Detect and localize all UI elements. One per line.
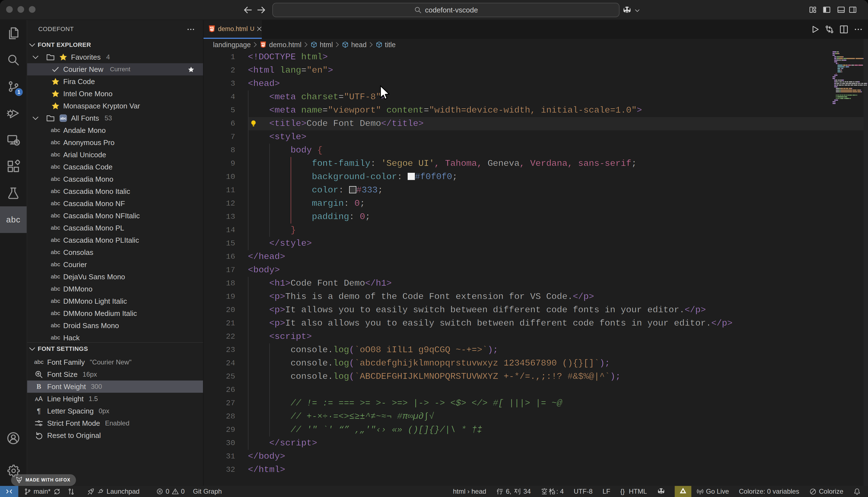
close-icon[interactable] bbox=[256, 26, 262, 32]
tree-row-cascadia-mono-pl[interactable]: abcCascadia Mono PL bbox=[27, 222, 203, 234]
split-editor-icon[interactable] bbox=[839, 25, 849, 34]
back-arrow-icon[interactable] bbox=[243, 5, 253, 15]
status-encoding[interactable]: UTF-8 bbox=[569, 487, 598, 495]
status-copilot[interactable] bbox=[652, 487, 670, 496]
status-label: UTF-8 bbox=[574, 487, 593, 495]
tree-row-dmmono-medium-italic[interactable]: abcDMMono Medium Italic bbox=[27, 307, 203, 320]
setting-row-reset-to-original[interactable]: Reset to Original bbox=[27, 429, 203, 442]
panel-left-icon[interactable] bbox=[823, 5, 831, 14]
tab-demo-html[interactable]: demo.html U bbox=[203, 20, 262, 39]
line-number: 12 bbox=[203, 197, 235, 210]
abc-icon: abc bbox=[51, 150, 60, 159]
more-actions-icon[interactable] bbox=[186, 25, 195, 34]
tree-row-dejavu-sans-mono[interactable]: abcDejaVu Sans Mono bbox=[27, 271, 203, 283]
status-branch[interactable]: main* bbox=[24, 487, 51, 495]
status-notifications[interactable] bbox=[848, 488, 866, 495]
traffic-light-close[interactable] bbox=[6, 6, 13, 13]
section-header-font-settings[interactable]: FONT SETTINGS bbox=[27, 343, 203, 355]
minimap-line bbox=[842, 85, 843, 86]
minimap[interactable] bbox=[833, 51, 868, 486]
breadcrumb-item-title[interactable]: title bbox=[375, 41, 396, 49]
tree-row-dmmono[interactable]: abcDMMono bbox=[27, 283, 203, 295]
tree-row-all-fonts[interactable]: abcAll Fonts53 bbox=[27, 112, 203, 124]
tree-row-cascadia-mono-nfitalic[interactable]: abcCascadia Mono NFItalic bbox=[27, 210, 203, 222]
setting-row-strict-font-mode[interactable]: Strict Font ModeEnabled bbox=[27, 417, 203, 429]
activity-item-explorer[interactable] bbox=[0, 20, 27, 46]
setting-row-font-weight[interactable]: BFont Weight300 bbox=[27, 381, 203, 393]
tree-row-consolas[interactable]: abcConsolas bbox=[27, 246, 203, 258]
status-launchpad[interactable]: Launchpad bbox=[87, 487, 140, 495]
tree-row-courier-new[interactable]: Courier NewCurrent bbox=[27, 63, 203, 75]
code-area[interactable]: 1<!DOCTYPE html>2<html lang="en">3<head>… bbox=[203, 51, 868, 486]
breadcrumb-item-demo-html[interactable]: demo.html bbox=[259, 41, 301, 49]
minimap-line bbox=[838, 66, 844, 67]
tree-row-cascadia-mono-plitalic[interactable]: abcCascadia Mono PLItalic bbox=[27, 234, 203, 246]
more-icon[interactable] bbox=[854, 25, 863, 34]
activity-item-extensions[interactable] bbox=[0, 153, 27, 180]
status-graph[interactable] bbox=[67, 488, 75, 495]
tree-label: Cascadia Mono NF bbox=[63, 199, 125, 208]
setting-row-font-family[interactable]: abcFont Family"Courier New" bbox=[27, 356, 203, 368]
tree-row-favorites[interactable]: Favorites4 bbox=[27, 51, 203, 63]
status-git-graph[interactable]: Git Graph bbox=[193, 487, 222, 495]
tree-row-cascadia-mono-italic[interactable]: abcCascadia Mono Italic bbox=[27, 185, 203, 197]
remote-indicator[interactable] bbox=[0, 486, 18, 497]
command-center-search[interactable]: codefont-vscode bbox=[272, 3, 620, 17]
tree-row-arial-unicode[interactable]: abcArial Unicode bbox=[27, 149, 203, 161]
status-eol[interactable]: LF bbox=[598, 487, 615, 495]
activity-item-accounts[interactable] bbox=[0, 425, 27, 452]
tree-label: Consolas bbox=[63, 248, 93, 257]
setting-row-letter-spacing[interactable]: ¶Letter Spacing0px bbox=[27, 405, 203, 417]
traffic-light-zoom[interactable] bbox=[29, 6, 35, 13]
activity-item-codefont[interactable]: abc bbox=[0, 206, 27, 233]
breadcrumb-item-html[interactable]: html bbox=[310, 41, 333, 49]
activity-item-testing[interactable] bbox=[0, 180, 27, 206]
activity-item-remote-explorer[interactable] bbox=[0, 126, 27, 153]
forward-arrow-icon[interactable] bbox=[256, 5, 266, 15]
traffic-light-minimize[interactable] bbox=[17, 6, 24, 13]
tree-row-andale-mono[interactable]: abcAndale Mono bbox=[27, 124, 203, 137]
setting-row-font-size[interactable]: Font Size16px bbox=[27, 368, 203, 381]
open-changes-icon[interactable] bbox=[825, 25, 834, 34]
section-header-font-explorer[interactable]: FONT EXPLORER bbox=[27, 39, 203, 51]
tree-row-cascadia-mono-nf[interactable]: abcCascadia Mono NF bbox=[27, 197, 203, 210]
activity-item-source-control[interactable]: 1 bbox=[0, 73, 27, 100]
status-colorize[interactable]: Colorize bbox=[804, 487, 848, 495]
activity-item-search[interactable] bbox=[0, 46, 27, 73]
setting-row-line-height[interactable]: AALine Height1.5 bbox=[27, 393, 203, 405]
star-filled-icon[interactable] bbox=[187, 66, 195, 73]
status-indentation[interactable]: : 4 bbox=[536, 487, 569, 495]
tree-row-anonymous-pro[interactable]: abcAnonymous Pro bbox=[27, 137, 203, 149]
tree-row-cascadia-mono[interactable]: abcCascadia Mono bbox=[27, 173, 203, 185]
tree-row-cascadia-code[interactable]: abcCascadia Code bbox=[27, 161, 203, 173]
breadcrumb-item-head[interactable]: head bbox=[342, 41, 367, 49]
lightbulb-icon[interactable] bbox=[250, 120, 257, 128]
status-symbol-path[interactable]: html › head bbox=[448, 487, 491, 495]
copilot-icon[interactable] bbox=[622, 5, 632, 15]
minimap-line bbox=[840, 56, 843, 57]
tree-row-monaspace-krypton-var[interactable]: Monaspace Krypton Var bbox=[27, 100, 203, 112]
minimap-line bbox=[834, 75, 838, 76]
tree-row-courier[interactable]: abcCourier bbox=[27, 258, 203, 271]
customize-layout-icon[interactable] bbox=[809, 5, 817, 14]
color-swatch[interactable] bbox=[349, 186, 356, 193]
tree-row-droid-sans-mono[interactable]: abcDroid Sans Mono bbox=[27, 320, 203, 332]
tree-row-fira-code[interactable]: Fira Code bbox=[27, 75, 203, 88]
tree-row-dmmono-light-italic[interactable]: abcDMMono Light Italic bbox=[27, 295, 203, 307]
minimap-line bbox=[838, 95, 839, 96]
status-language[interactable]: {} HTML bbox=[615, 487, 652, 495]
status-extension-badge[interactable] bbox=[675, 486, 691, 497]
breadcrumb-item-landingpage[interactable]: landingpage bbox=[213, 41, 251, 49]
status-colorize-vars[interactable]: Colorize: 0 variables bbox=[734, 487, 804, 495]
status-go-live[interactable]: Go Live bbox=[691, 487, 734, 495]
panel-bottom-icon[interactable] bbox=[837, 5, 845, 14]
color-swatch[interactable] bbox=[408, 173, 415, 180]
status-cursor-position[interactable]: 6, 34 bbox=[491, 487, 536, 495]
activity-item-run-debug[interactable] bbox=[0, 100, 27, 126]
run-icon[interactable] bbox=[810, 25, 820, 34]
status-problems[interactable]: 00 bbox=[156, 487, 185, 495]
tree-row-intel-one-mono[interactable]: Intel One Mono bbox=[27, 88, 203, 100]
panel-right-icon[interactable] bbox=[849, 5, 857, 14]
status-sync[interactable] bbox=[53, 488, 61, 495]
chevron-down-icon[interactable] bbox=[634, 7, 641, 14]
